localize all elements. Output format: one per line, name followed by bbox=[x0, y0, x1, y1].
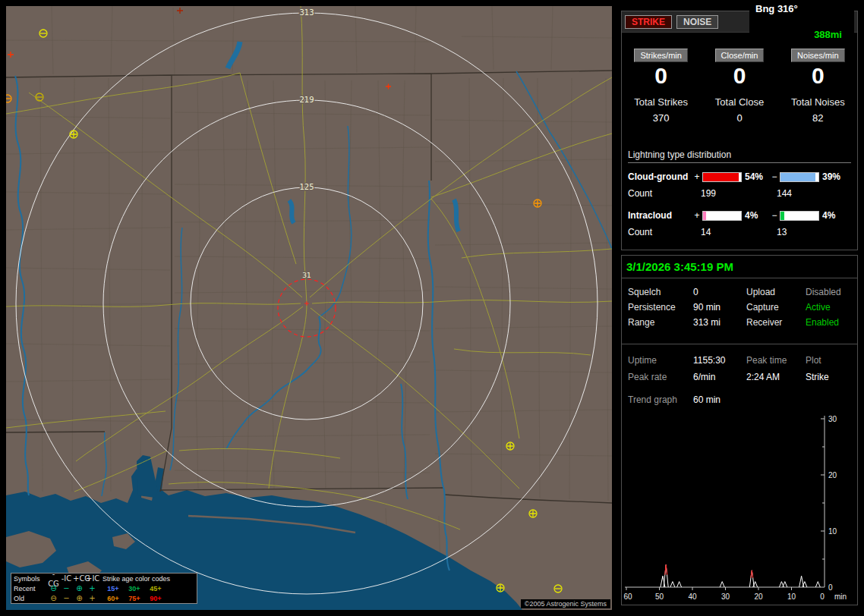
strike-button[interactable]: STRIKE bbox=[625, 15, 672, 29]
close-per-min-chip[interactable]: Close/min bbox=[715, 49, 765, 62]
noises-per-min-chip[interactable]: Noises/min bbox=[791, 49, 844, 62]
uptime-value: 1155:30 bbox=[693, 355, 746, 366]
cloud-ground-row: Cloud-ground + 54% − 39% bbox=[628, 171, 851, 182]
trend-graph-duration: 60 min bbox=[693, 394, 721, 405]
bearing-distance: 388mi bbox=[808, 29, 848, 40]
persistence-label: Persistence bbox=[628, 302, 693, 313]
lightning-map-panel: 313 219 125 31 Symbols -CG -IC +CG +IC bbox=[6, 6, 612, 610]
legend-type-header: -IC bbox=[60, 574, 73, 583]
trend-strike-spikes-red bbox=[665, 564, 753, 577]
legend-type-header: +IC bbox=[86, 574, 99, 583]
y-axis-label: 20 bbox=[828, 471, 837, 479]
strikes-per-min-value: 0 bbox=[622, 64, 700, 87]
total-close-value: 0 bbox=[700, 112, 778, 124]
legend-header-row: Symbols -CG -IC +CG +IC Strike age color… bbox=[11, 574, 197, 583]
total-noises-label: Total Noises bbox=[779, 96, 857, 108]
legend-spacer: 15+30+45+ bbox=[99, 585, 194, 592]
plus-icon: + bbox=[86, 583, 99, 593]
cg-negative-count: 144 bbox=[777, 188, 851, 199]
noises-per-min-value: 0 bbox=[779, 64, 857, 87]
strike-symbol-pos-cg bbox=[506, 442, 514, 450]
count-label: Count bbox=[628, 188, 701, 199]
peak-rate-value: 6/min bbox=[693, 372, 746, 382]
ic-negative-count: 13 bbox=[777, 227, 851, 237]
settings-row: Squelch 0 Upload Disabled bbox=[628, 284, 851, 300]
range-ring-label: 313 bbox=[299, 8, 314, 17]
total-noises-value: 82 bbox=[779, 112, 857, 124]
legend-symbols-header: Symbols bbox=[14, 575, 47, 583]
statistics-panel: STRIKE NOISE Bng 316° 388mi Strikes/min … bbox=[621, 11, 858, 250]
legend-row-old: Old ⊖ − ⊕ + 60+75+90+ bbox=[11, 593, 197, 603]
settings-row: Range 313 mi Receiver Enabled bbox=[628, 315, 851, 330]
age-code: 15+ bbox=[102, 585, 124, 592]
total-close-label: Total Close bbox=[700, 96, 778, 108]
map-legend: Symbols -CG -IC +CG +IC Strike age color… bbox=[11, 573, 197, 604]
lightning-type-distribution: Lightning type distribution Cloud-ground… bbox=[622, 149, 857, 237]
age-code: 30+ bbox=[124, 585, 145, 592]
range-value: 313 mi bbox=[693, 317, 746, 328]
minus-icon: − bbox=[60, 583, 73, 593]
peak-time-label: Peak time bbox=[746, 355, 806, 366]
close-per-min-column: Close/min 0 Total Close 0 bbox=[700, 48, 778, 124]
strikes-per-min-chip[interactable]: Strikes/min bbox=[634, 49, 687, 62]
ic-positive-pct: 4% bbox=[743, 210, 771, 221]
y-axis-label: 30 bbox=[828, 415, 837, 423]
range-ring-label: 125 bbox=[299, 183, 314, 191]
trend-ticks bbox=[626, 419, 825, 590]
minus-icon: − bbox=[60, 593, 73, 603]
peak-rate-label: Peak rate bbox=[628, 372, 693, 382]
x-axis-label: 20 bbox=[754, 592, 763, 601]
strike-symbol-pos-cg bbox=[70, 130, 77, 138]
receiver-label: Receiver bbox=[746, 317, 806, 328]
age-code: 60+ bbox=[102, 595, 124, 602]
circle-plus-icon: ⊕ bbox=[73, 593, 86, 603]
strike-symbol-pos-cg bbox=[534, 200, 541, 207]
upload-label: Upload bbox=[746, 287, 806, 297]
trend-graph-header: Trend graph 60 min bbox=[622, 394, 857, 405]
divider bbox=[622, 344, 857, 344]
plus-sign: + bbox=[693, 210, 701, 221]
range-label: Range bbox=[628, 317, 693, 328]
cg-negative-pct: 39% bbox=[821, 171, 848, 182]
cloud-ground-label: Cloud-ground bbox=[628, 171, 693, 182]
ic-negative-bar bbox=[780, 211, 819, 221]
squelch-value: 0 bbox=[693, 287, 746, 297]
cg-negative-bar bbox=[780, 172, 819, 182]
strikes-per-min-column: Strikes/min 0 Total Strikes 370 bbox=[622, 48, 700, 124]
lightning-map[interactable]: 313 219 125 31 bbox=[6, 6, 612, 610]
noise-button[interactable]: NOISE bbox=[676, 15, 718, 29]
trend-strike-spikes bbox=[661, 564, 820, 587]
x-axis-label: 10 bbox=[787, 592, 796, 601]
status-panel: 3/1/2026 3:45:19 PM Squelch 0 Upload Dis… bbox=[621, 255, 858, 605]
legend-type-header: +CG bbox=[73, 574, 86, 583]
upload-status: Disabled bbox=[806, 287, 851, 297]
cg-positive-bar-fill bbox=[703, 173, 739, 181]
strike-symbol-pos-cg bbox=[529, 510, 537, 517]
count-label: Count bbox=[628, 227, 701, 237]
rate-counters: Strikes/min 0 Total Strikes 370 Close/mi… bbox=[622, 48, 857, 124]
strike-symbol-pos-cg bbox=[497, 584, 504, 592]
x-axis-label: 30 bbox=[721, 592, 730, 601]
info-row: Uptime 1155:30 Peak time Plot bbox=[628, 352, 851, 369]
capture-status: Active bbox=[806, 302, 851, 313]
legend-row-label: Recent bbox=[14, 585, 47, 592]
uptime-label: Uptime bbox=[628, 355, 693, 366]
ic-positive-bar-fill bbox=[703, 212, 706, 220]
mode-toolbar: STRIKE NOISE Bng 316° 388mi bbox=[622, 11, 857, 33]
legend-age-header: Strike age color codes bbox=[99, 575, 194, 583]
trend-axes bbox=[625, 416, 825, 587]
ic-negative-bar-fill bbox=[780, 212, 784, 220]
capture-label: Capture bbox=[746, 302, 806, 313]
ic-count-row: Count 14 13 bbox=[628, 227, 851, 237]
close-per-min-value: 0 bbox=[700, 64, 778, 87]
cg-positive-pct: 54% bbox=[743, 171, 771, 182]
info-grid: Uptime 1155:30 Peak time Plot Peak rate … bbox=[622, 352, 857, 385]
plot-label: Plot bbox=[806, 355, 851, 366]
persistence-value: 90 min bbox=[693, 302, 746, 313]
total-strikes-value: 370 bbox=[622, 112, 700, 124]
peak-time-value: 2:24 AM bbox=[746, 372, 806, 382]
y-axis-label: 10 bbox=[828, 527, 837, 536]
settings-row: Persistence 90 min Capture Active bbox=[628, 300, 851, 315]
intracloud-label: Intracloud bbox=[628, 210, 693, 221]
minus-sign: − bbox=[771, 210, 778, 221]
